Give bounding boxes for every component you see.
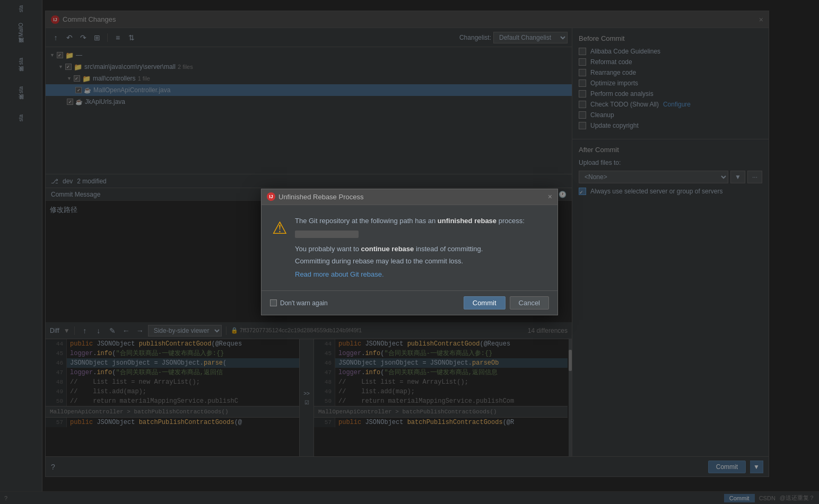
modal-text-content: The Git repository at the following path… (295, 216, 525, 280)
modal-text-5: Committing during rebase may lead to the… (295, 257, 463, 265)
modal-read-more-link[interactable]: Read more about Git rebase. (295, 270, 384, 278)
modal-title-text: Unfinished Rebase Process (278, 193, 363, 201)
modal-footer: Don't warn again Commit Cancel (262, 290, 557, 315)
modal-titlebar: IJ Unfinished Rebase Process × (262, 189, 557, 205)
modal-bold-2: continue rebase (361, 245, 414, 253)
dont-warn-checkbox[interactable] (270, 299, 277, 306)
modal-text-4: instead of committing. (414, 245, 483, 253)
modal-path-blurred (295, 231, 359, 238)
modal-cancel-button[interactable]: Cancel (510, 296, 549, 310)
modal-buttons: Commit Cancel (464, 296, 549, 310)
dont-warn-label: Don't warn again (280, 299, 328, 307)
modal-bold-1: unfinished rebase (438, 217, 496, 225)
warning-icon: ⚠ (272, 218, 287, 280)
modal-commit-button[interactable]: Commit (464, 296, 506, 310)
unfinished-rebase-dialog: IJ Unfinished Rebase Process × ⚠ The Git… (261, 189, 558, 316)
modal-title: IJ Unfinished Rebase Process (267, 192, 363, 201)
modal-close-button[interactable]: × (548, 192, 552, 201)
modal-text-1: The Git repository at the following path… (295, 217, 438, 225)
modal-text-3: You probably want to (295, 245, 361, 253)
dont-warn-row[interactable]: Don't warn again (270, 299, 328, 307)
modal-text-2: process: (496, 217, 525, 225)
modal-intellij-icon: IJ (267, 192, 275, 201)
modal-overlay: IJ Unfinished Rebase Process × ⚠ The Git… (0, 0, 819, 504)
modal-body: ⚠ The Git repository at the following pa… (262, 205, 557, 291)
